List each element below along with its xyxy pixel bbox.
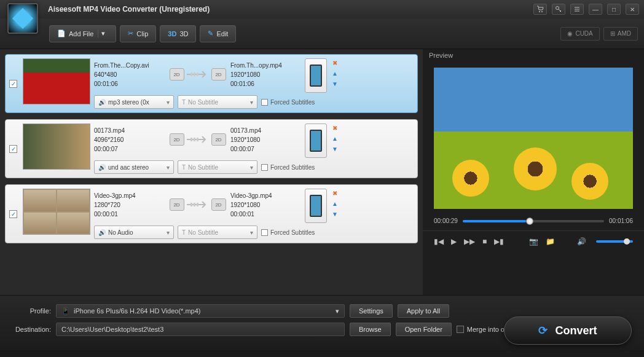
convert-button[interactable]: ⟳ Convert bbox=[504, 316, 632, 345]
text-icon: T bbox=[182, 164, 186, 171]
3d-button[interactable]: 3D 3D bbox=[160, 25, 196, 42]
svg-point-2 bbox=[556, 7, 559, 10]
amd-button[interactable]: ⊞AMD bbox=[603, 27, 638, 41]
move-down-icon[interactable]: ▼ bbox=[332, 146, 338, 152]
remove-icon[interactable]: ✖ bbox=[332, 125, 337, 131]
device-icon bbox=[305, 189, 327, 223]
move-up-icon[interactable]: ▲ bbox=[332, 135, 338, 142]
thumbnail[interactable] bbox=[23, 189, 90, 235]
open-folder-button[interactable]: Open Folder bbox=[396, 323, 452, 336]
item-checkbox[interactable]: ✓ bbox=[9, 210, 17, 218]
forward-button[interactable]: ▶▶ bbox=[464, 237, 475, 246]
svg-rect-3 bbox=[190, 73, 192, 76]
destination-label: Destination: bbox=[11, 326, 51, 333]
audio-select[interactable]: 🔊und aac stereo▾ bbox=[94, 160, 174, 174]
edit-button[interactable]: ✎ Edit bbox=[200, 25, 236, 42]
source-info: 00173.mp44096*216000:00:07 bbox=[94, 124, 165, 156]
add-file-dropdown-arrow[interactable]: ▾ bbox=[98, 29, 108, 37]
file-item[interactable]: ✓ From.The...Copy.avi640*48000:01:06 2D … bbox=[5, 54, 418, 113]
amd-icon: ⊞ bbox=[610, 30, 615, 37]
subtitle-select[interactable]: TNo Subtitle▾ bbox=[178, 160, 257, 174]
profile-value: iPhone 6s Plus/6s H.264 HD Video(*.mp4) bbox=[74, 307, 200, 315]
svg-rect-10 bbox=[194, 203, 195, 206]
svg-rect-7 bbox=[194, 138, 195, 141]
bottom-bar: Profile: 📱 iPhone 6s Plus/6s H.264 HD Vi… bbox=[0, 295, 644, 350]
maximize-button[interactable]: □ bbox=[607, 4, 621, 15]
destination-field[interactable]: C:\Users\User\Desktop\test2\test3 bbox=[56, 323, 345, 336]
remove-icon[interactable]: ✖ bbox=[332, 60, 337, 66]
subtitle-select[interactable]: TNo Subtitle▾ bbox=[178, 226, 257, 239]
close-button[interactable]: ✕ bbox=[626, 4, 639, 15]
stop-button[interactable]: ■ bbox=[482, 237, 487, 246]
svg-rect-6 bbox=[190, 138, 192, 141]
scissors-icon: ✂ bbox=[128, 29, 133, 37]
minimize-button[interactable]: — bbox=[589, 4, 602, 15]
titlebar: Aiseesoft MP4 Video Converter (Unregiste… bbox=[0, 0, 644, 18]
svg-rect-11 bbox=[197, 203, 198, 206]
profile-label: Profile: bbox=[11, 307, 51, 315]
seek-bar[interactable] bbox=[463, 220, 604, 222]
play-button[interactable]: ▶ bbox=[451, 237, 457, 246]
folder-button[interactable]: 📁 bbox=[546, 237, 555, 246]
forced-subtitles-checkbox[interactable]: Forced Subtitles bbox=[261, 226, 315, 239]
apply-all-button[interactable]: Apply to All bbox=[398, 304, 449, 318]
browse-button[interactable]: Browse bbox=[350, 323, 391, 336]
thumbnail[interactable] bbox=[23, 124, 90, 170]
volume-slider[interactable] bbox=[596, 240, 633, 243]
subtitle-select[interactable]: TNo Subtitle▾ bbox=[178, 95, 257, 109]
move-down-icon[interactable]: ▼ bbox=[332, 211, 338, 218]
amd-label: AMD bbox=[618, 30, 631, 37]
speaker-icon: 🔊 bbox=[98, 164, 106, 171]
device-icon bbox=[305, 124, 327, 158]
remove-icon[interactable]: ✖ bbox=[332, 190, 337, 197]
preview-header: Preview bbox=[423, 49, 644, 63]
merge-checkbox-box bbox=[457, 326, 464, 333]
add-file-button[interactable]: 📄 Add File ▾ bbox=[49, 25, 116, 42]
item-checkbox[interactable]: ✓ bbox=[9, 80, 17, 88]
file-item[interactable]: ✓ 00173.mp44096*216000:00:07 2D 2D 00173… bbox=[5, 119, 418, 178]
volume-icon[interactable]: 🔊 bbox=[577, 237, 586, 246]
cuda-button[interactable]: ◉CUDA bbox=[560, 27, 599, 41]
forced-subtitles-checkbox[interactable]: Forced Subtitles bbox=[261, 95, 315, 109]
text-icon: T bbox=[182, 99, 186, 106]
source-info: Video-3gp.mp41280*72000:00:01 bbox=[94, 189, 165, 221]
speaker-icon: 🔊 bbox=[98, 229, 106, 236]
move-up-icon[interactable]: ▲ bbox=[332, 200, 338, 207]
phone-icon: 📱 bbox=[61, 307, 70, 315]
refresh-icon: ⟳ bbox=[538, 324, 548, 337]
device-icon bbox=[305, 58, 327, 93]
clip-button[interactable]: ✂ Clip bbox=[120, 25, 156, 42]
edit-label: Edit bbox=[216, 30, 228, 37]
3d-label: 3D bbox=[179, 30, 188, 37]
clip-label: Clip bbox=[136, 30, 148, 37]
menu-icon[interactable] bbox=[570, 4, 584, 15]
svg-rect-4 bbox=[194, 73, 195, 76]
forced-subtitles-checkbox[interactable]: Forced Subtitles bbox=[261, 160, 315, 174]
key-icon[interactable] bbox=[552, 4, 565, 15]
audio-select[interactable]: 🔊No Audio▾ bbox=[94, 226, 174, 239]
thumbnail[interactable] bbox=[23, 58, 90, 104]
prev-button[interactable]: ▮◀ bbox=[434, 237, 444, 246]
item-checkbox[interactable]: ✓ bbox=[9, 145, 17, 153]
profile-select[interactable]: 📱 iPhone 6s Plus/6s H.264 HD Video(*.mp4… bbox=[56, 304, 345, 318]
add-file-label: Add File bbox=[69, 30, 93, 37]
toolbar: 📄 Add File ▾ ✂ Clip 3D 3D ✎ Edit ◉CUDA ⊞… bbox=[0, 18, 644, 49]
svg-rect-5 bbox=[197, 73, 198, 76]
audio-select[interactable]: 🔊mp3 stereo (0x▾ bbox=[94, 95, 174, 109]
file-item[interactable]: ✓ Video-3gp.mp41280*72000:00:01 2D 2D Vi… bbox=[5, 184, 418, 243]
svg-point-0 bbox=[539, 11, 540, 12]
settings-button[interactable]: Settings bbox=[350, 304, 393, 318]
nvidia-icon: ◉ bbox=[567, 30, 573, 37]
preview-video[interactable] bbox=[434, 68, 633, 209]
snapshot-button[interactable]: 📷 bbox=[529, 237, 538, 246]
next-button[interactable]: ▶▮ bbox=[494, 237, 504, 246]
app-logo bbox=[7, 3, 38, 34]
cart-icon[interactable] bbox=[533, 4, 547, 15]
add-file-icon: 📄 bbox=[57, 29, 66, 37]
chevron-down-icon: ▾ bbox=[336, 307, 339, 315]
move-down-icon[interactable]: ▼ bbox=[332, 80, 338, 87]
target-info: 00173.mp41920*108000:00:07 bbox=[230, 124, 301, 156]
move-up-icon[interactable]: ▲ bbox=[332, 70, 338, 77]
svg-rect-8 bbox=[197, 138, 198, 141]
svg-rect-9 bbox=[190, 203, 192, 206]
